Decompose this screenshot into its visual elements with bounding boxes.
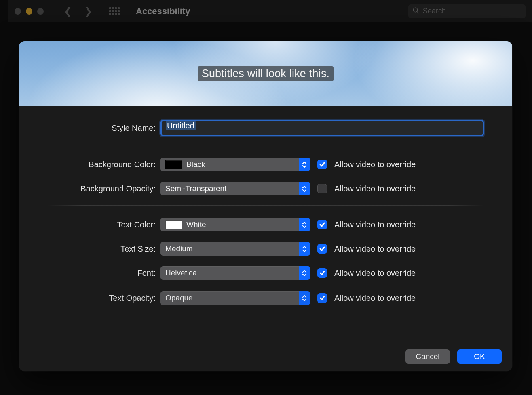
form-body: Style Name: Untitled Background Color: B… [19,106,512,342]
bg-opacity-select[interactable]: Semi-Transparent [160,182,310,195]
bg-color-label: Background Color: [19,160,160,169]
text-color-override-label: Allow video to override [334,220,416,229]
chevron-up-down-icon [299,291,310,305]
sheet-footer: Cancel OK [19,342,512,371]
bg-color-value: Black [186,160,205,169]
font-label: Font: [19,269,160,278]
font-override-label: Allow video to override [334,269,416,278]
cancel-button[interactable]: Cancel [405,349,450,364]
svg-line-1 [417,11,419,13]
text-opacity-override-label: Allow video to override [334,294,416,303]
text-color-override-checkbox[interactable] [317,220,327,229]
back-icon[interactable]: ❮ [64,6,72,17]
search-placeholder: Search [423,7,446,15]
page-title: Accessibility [136,6,190,17]
style-name-label: Style Name: [19,124,160,133]
style-name-field[interactable]: Untitled [160,120,484,136]
text-size-select[interactable]: Medium [160,242,310,256]
search-icon [412,7,420,16]
white-swatch-icon [165,220,182,229]
text-color-select[interactable]: White [160,218,310,231]
close-window-icon[interactable] [15,8,21,15]
scroll-cutoff [19,334,512,342]
bg-opacity-label: Background Opacity: [19,184,160,193]
chevron-up-down-icon [299,158,310,171]
divider [47,205,484,206]
divider [47,145,484,145]
window-controls [15,8,44,15]
forward-icon[interactable]: ❯ [84,6,92,17]
font-override-checkbox[interactable] [317,268,327,278]
bg-color-override-checkbox[interactable] [317,160,327,169]
text-opacity-label: Text Opacity: [19,294,160,303]
style-name-value: Untitled [166,121,196,130]
search-input[interactable]: Search [408,4,526,18]
chevron-up-down-icon [299,266,310,280]
bg-color-select[interactable]: Black [160,158,310,171]
svg-point-0 [413,8,418,12]
subtitle-preview: Subtitles will look like this. [19,41,512,106]
text-size-value: Medium [165,244,193,253]
bg-opacity-value: Semi-Transparent [165,184,226,193]
text-opacity-override-checkbox[interactable] [317,293,327,303]
chevron-up-down-icon [299,182,310,195]
text-opacity-value: Opaque [165,294,193,303]
caption-style-sheet: Subtitles will look like this. Style Nam… [19,41,512,371]
black-swatch-icon [165,160,182,169]
minimize-window-icon[interactable] [26,8,32,15]
chevron-up-down-icon [299,242,310,256]
zoom-window-icon[interactable] [37,8,44,15]
bg-opacity-override-label: Allow video to override [334,184,416,193]
text-color-value: White [186,220,206,229]
text-size-override-checkbox[interactable] [317,244,327,254]
grid-icon[interactable] [109,7,120,15]
text-size-label: Text Size: [19,244,160,254]
chevron-up-down-icon [299,218,310,231]
text-opacity-select[interactable]: Opaque [160,291,310,305]
nav-arrows: ❮ ❯ [64,6,92,17]
parent-toolbar: ❮ ❯ Accessibility Search [8,0,532,22]
font-select[interactable]: Helvetica [160,266,310,280]
subtitle-sample-text: Subtitles will look like this. [198,66,334,81]
bg-opacity-override-checkbox[interactable] [317,184,327,193]
ok-button[interactable]: OK [457,349,502,364]
text-color-label: Text Color: [19,220,160,229]
bg-color-override-label: Allow video to override [334,160,416,169]
text-size-override-label: Allow video to override [334,244,416,254]
font-value: Helvetica [165,269,197,277]
